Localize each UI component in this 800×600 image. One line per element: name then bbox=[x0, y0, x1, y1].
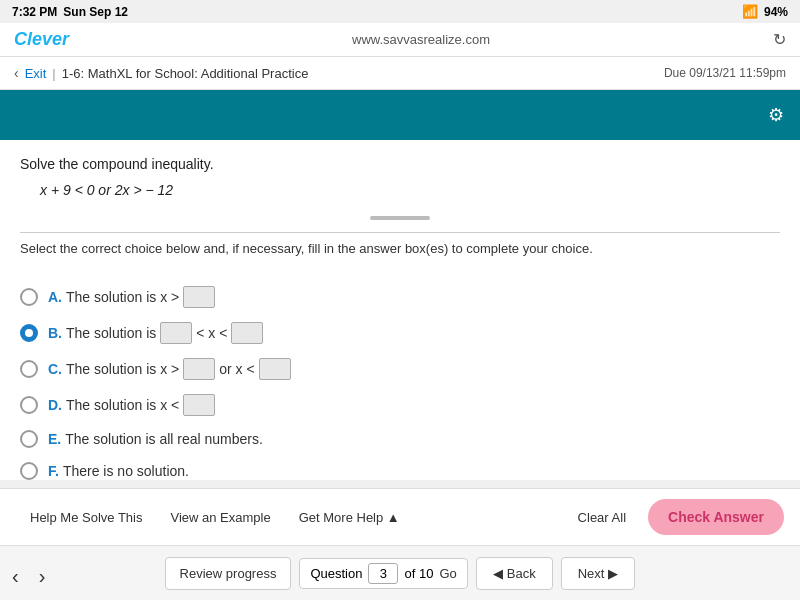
page-next-arrow[interactable]: › bbox=[39, 565, 46, 588]
input-a[interactable] bbox=[183, 286, 215, 308]
choice-b[interactable]: B. The solution is < x < bbox=[20, 322, 780, 344]
next-button[interactable]: Next ▶ bbox=[561, 557, 636, 590]
input-b1[interactable] bbox=[160, 322, 192, 344]
status-time: 7:32 PM bbox=[12, 5, 57, 19]
main-content: ⚙ Solve the compound inequality. x + 9 <… bbox=[0, 90, 800, 480]
choice-b-label: B. The solution is < x < bbox=[48, 322, 263, 344]
question-nav-label: Question bbox=[310, 566, 362, 581]
status-time-area: 7:32 PM Sun Sep 12 bbox=[12, 5, 128, 19]
back-button[interactable]: ◀ Back bbox=[476, 557, 553, 590]
review-progress-button[interactable]: Review progress bbox=[165, 557, 292, 590]
gear-icon[interactable]: ⚙ bbox=[768, 104, 784, 126]
of-label: of 10 bbox=[404, 566, 433, 581]
choice-f-letter: F. bbox=[48, 463, 59, 479]
choice-c-label: C. The solution is x > or x < bbox=[48, 358, 291, 380]
breadcrumb-bar: ‹ Exit | 1-6: MathXL for School: Additio… bbox=[0, 57, 800, 90]
input-b2[interactable] bbox=[231, 322, 263, 344]
choice-a-label: A. The solution is x > bbox=[48, 286, 215, 308]
clever-logo: Clever bbox=[14, 29, 69, 50]
choice-a-letter: A. bbox=[48, 289, 62, 305]
back-arrow-icon: ‹ bbox=[14, 65, 19, 81]
choice-b-letter: B. bbox=[48, 325, 62, 341]
exit-link[interactable]: Exit bbox=[25, 66, 47, 81]
sub-instruction: Select the correct choice below and, if … bbox=[20, 241, 780, 256]
page-arrows: ‹ › bbox=[12, 565, 45, 588]
bottom-toolbar: Help Me Solve This View an Example Get M… bbox=[0, 488, 800, 545]
radio-e[interactable] bbox=[20, 430, 38, 448]
radio-c[interactable] bbox=[20, 360, 38, 378]
clear-all-button[interactable]: Clear All bbox=[564, 502, 640, 533]
page-prev-arrow[interactable]: ‹ bbox=[12, 565, 19, 588]
choice-e-label: E. The solution is all real numbers. bbox=[48, 431, 263, 447]
choice-c[interactable]: C. The solution is x > or x < bbox=[20, 358, 780, 380]
top-nav-bar: Clever www.savvasrealize.com ↻ bbox=[0, 23, 800, 57]
radio-d[interactable] bbox=[20, 396, 38, 414]
teal-header: ⚙ bbox=[0, 90, 800, 140]
due-date: Due 09/13/21 11:59pm bbox=[664, 66, 786, 80]
question-instruction: Solve the compound inequality. bbox=[20, 156, 780, 172]
choice-d[interactable]: D. The solution is x < bbox=[20, 394, 780, 416]
choice-d-label: D. The solution is x < bbox=[48, 394, 215, 416]
choice-e-letter: E. bbox=[48, 431, 61, 447]
url-bar: www.savvasrealize.com bbox=[352, 32, 490, 47]
answer-choices: A. The solution is x > B. The solution i… bbox=[0, 286, 800, 480]
equation: x + 9 < 0 or 2x > − 12 bbox=[40, 182, 780, 198]
input-c2[interactable] bbox=[259, 358, 291, 380]
choice-f-label: F. There is no solution. bbox=[48, 463, 189, 479]
go-button[interactable]: Go bbox=[439, 566, 456, 581]
question-number-input[interactable] bbox=[368, 563, 398, 584]
battery-percent: 94% bbox=[764, 5, 788, 19]
wifi-icon: 📶 bbox=[742, 4, 758, 19]
back-label: Back bbox=[507, 566, 536, 581]
view-example-button[interactable]: View an Example bbox=[156, 502, 284, 533]
choice-d-letter: D. bbox=[48, 397, 62, 413]
choice-c-letter: C. bbox=[48, 361, 62, 377]
question-area: Solve the compound inequality. x + 9 < 0… bbox=[0, 140, 800, 286]
choice-a[interactable]: A. The solution is x > bbox=[20, 286, 780, 308]
status-day: Sun Sep 12 bbox=[63, 5, 128, 19]
divider bbox=[20, 232, 780, 233]
nav-bar: Review progress Question of 10 Go ◀ Back… bbox=[0, 545, 800, 600]
check-answer-button[interactable]: Check Answer bbox=[648, 499, 784, 535]
radio-a[interactable] bbox=[20, 288, 38, 306]
status-bar: 7:32 PM Sun Sep 12 📶 94% bbox=[0, 0, 800, 23]
input-c1[interactable] bbox=[183, 358, 215, 380]
reload-icon[interactable]: ↻ bbox=[773, 30, 786, 49]
back-arrow-icon: ◀ bbox=[493, 566, 503, 581]
next-label: Next bbox=[578, 566, 605, 581]
help-me-solve-button[interactable]: Help Me Solve This bbox=[16, 502, 156, 533]
radio-b[interactable] bbox=[20, 324, 38, 342]
next-arrow-icon: ▶ bbox=[608, 566, 618, 581]
breadcrumb-left: ‹ Exit | 1-6: MathXL for School: Additio… bbox=[14, 65, 308, 81]
choice-e[interactable]: E. The solution is all real numbers. bbox=[20, 430, 780, 448]
question-nav: Question of 10 Go bbox=[299, 558, 467, 589]
breadcrumb-title: 1-6: MathXL for School: Additional Pract… bbox=[62, 66, 309, 81]
input-d[interactable] bbox=[183, 394, 215, 416]
choice-f[interactable]: F. There is no solution. bbox=[20, 462, 780, 480]
get-more-help-button[interactable]: Get More Help ▲ bbox=[285, 502, 414, 533]
radio-f[interactable] bbox=[20, 462, 38, 480]
status-right-area: 📶 94% bbox=[742, 4, 788, 19]
